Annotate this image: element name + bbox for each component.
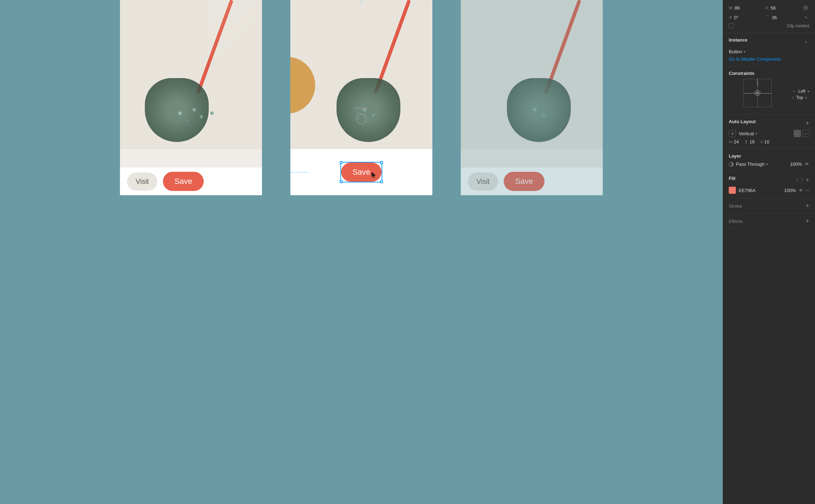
effects-section: Effects + — [723, 214, 815, 229]
frame-3-image — [461, 0, 603, 149]
frame-2-image: rawpixel• — [290, 0, 432, 149]
visibility-icon[interactable]: 👁 — [805, 161, 809, 167]
corner-individual-button[interactable]: ⤡ — [803, 14, 809, 21]
instance-section: Instance ⬦ Button ▾ Go to Master Compone… — [723, 33, 815, 66]
auto-layout-header: Auto Layout + — [729, 119, 809, 127]
stroke-section: Stroke + — [723, 198, 815, 214]
visit-button-3[interactable]: Visit — [468, 172, 498, 191]
padding-v-item: ⇕ 16 — [744, 139, 754, 144]
auto-layout-title: Auto Layout — [729, 119, 756, 124]
clip-content-checkbox[interactable] — [729, 23, 734, 28]
spacing-row: ⇔ 24 ⇕ 16 ≡ 10 — [729, 139, 809, 144]
cursor — [372, 172, 379, 179]
layer-left: Pass Through ▾ — [729, 161, 768, 167]
resize-handle-tr[interactable] — [380, 161, 383, 164]
auto-layout-section: Auto Layout + ⇕ Vertical ▾ ↔ ↔ ⇔ 24 — [723, 115, 815, 149]
frame-2[interactable]: rawpixel• Save — [290, 0, 432, 195]
vertical-constraint-value[interactable]: Top — [796, 95, 803, 100]
horizontal-constraint-icon: ↔ — [792, 89, 796, 94]
component-name[interactable]: Button — [729, 49, 742, 54]
h-value[interactable]: 56 — [771, 5, 782, 11]
blend-mode-icon — [729, 162, 734, 167]
auto-layout-controls: ⇕ Vertical ▾ ↔ ↔ ⇔ 24 ⇕ 16 — [729, 130, 809, 144]
go-to-master-link[interactable]: Go to Master Component — [729, 56, 809, 62]
padding-h-value[interactable]: 24 — [734, 139, 739, 144]
resize-handle-bl[interactable] — [340, 180, 343, 183]
clip-content-label: Clip content — [787, 23, 809, 28]
corner-value[interactable]: 36 — [772, 15, 783, 20]
frame-1-image — [120, 0, 262, 149]
stroke-header: Stroke + — [729, 203, 809, 209]
constraints-title: Constraints — [729, 71, 754, 76]
rotation-value[interactable]: 0° — [734, 15, 745, 20]
rotation-group: ↺ 0° — [729, 15, 745, 20]
fill-section: Fill ⋮⋮ + EE796A 100% 👁 – — [723, 171, 815, 198]
width-group: W 89 — [729, 5, 746, 11]
fill-header: Fill ⋮⋮ + — [729, 176, 809, 184]
layer-row: Pass Through ▾ 100% 👁 — [729, 161, 809, 167]
padding-v-value[interactable]: 16 — [749, 139, 754, 144]
fill-remove-button[interactable]: – — [806, 187, 809, 193]
frame-3[interactable]: Visit Save — [461, 0, 603, 195]
fill-title: Fill — [729, 176, 735, 181]
vertical-constraint-row: ↕ Top ▾ — [792, 95, 809, 100]
fill-opacity-value[interactable]: 100% — [784, 188, 796, 193]
vertical-constraint-icon: ↕ — [792, 95, 794, 100]
fill-visibility-icon[interactable]: 👁 — [799, 188, 803, 193]
orange-semi — [290, 57, 315, 114]
layer-section: Layer Pass Through ▾ 100% 👁 — [723, 149, 815, 171]
dashed-guide-v — [361, 0, 362, 4]
resize-handle-tl[interactable] — [340, 161, 343, 164]
chevron-down-icon: ▾ — [744, 50, 745, 54]
blend-mode-dropdown[interactable]: Pass Through ▾ — [736, 161, 768, 167]
stroke-add-button[interactable]: + — [805, 203, 809, 209]
instance-name-row: Button ▾ — [729, 49, 809, 54]
align-start-icon[interactable]: ↔ — [794, 130, 801, 137]
effects-header: Effects + — [729, 218, 809, 224]
canvas-area: Visit Save — [0, 0, 723, 504]
height-group: H 56 — [766, 5, 782, 11]
dimensions-section: W 89 H 56 ⛓ ↺ 0° ⌒ 36 ⤡ Clip content — [723, 0, 815, 33]
constraints-section: Constraints – – ↔ Left ▾ — [723, 66, 815, 115]
proportional-lock-button[interactable]: ⛓ — [802, 4, 809, 11]
effects-title: Effects — [729, 219, 743, 224]
padding-h-icon: ⇔ — [729, 139, 732, 144]
fill-row: EE796A 100% 👁 – — [729, 187, 809, 194]
layer-title: Layer — [729, 153, 741, 159]
w-value[interactable]: 89 — [734, 5, 746, 11]
fill-controls: ⋮⋮ + — [795, 177, 809, 183]
visit-button[interactable]: Visit — [127, 172, 157, 191]
fill-hex-value[interactable]: EE796A — [739, 188, 781, 193]
direction-dropdown[interactable]: Vertical ▾ — [739, 131, 757, 136]
blend-mode-value: Pass Through — [736, 161, 765, 167]
direction-icon[interactable]: ⇕ — [729, 130, 736, 137]
auto-layout-add-button[interactable]: + — [805, 120, 809, 126]
save-button-1[interactable]: Save — [163, 172, 203, 191]
resize-handle-br[interactable] — [380, 180, 383, 183]
constraints-grid[interactable]: – – — [743, 79, 772, 107]
fill-color-swatch[interactable] — [729, 187, 736, 194]
opacity-value[interactable]: 100% — [790, 161, 802, 167]
vertical-chevron-icon: ▾ — [805, 96, 807, 100]
frame-2-wrapper: rawpixel• Save — [290, 0, 432, 195]
rotation-icon: ↺ — [729, 15, 732, 20]
constraints-dropdowns: ↔ Left ▾ ↕ Top ▾ — [792, 89, 809, 100]
horizontal-constraint-value[interactable]: Left — [798, 89, 805, 94]
clip-content-row: Clip content — [729, 23, 809, 28]
blend-chevron-icon: ▾ — [766, 162, 768, 166]
corner-radius-group: ⌒ 36 — [765, 15, 783, 21]
horizontal-constraint-row: ↔ Left ▾ — [792, 89, 809, 94]
frame-1[interactable]: Visit Save — [120, 0, 262, 195]
instance-options-button[interactable]: ⬦ — [803, 38, 809, 45]
padding-v-icon: ⇕ — [744, 139, 748, 144]
gap-value[interactable]: 10 — [764, 139, 769, 144]
effects-add-button[interactable]: + — [805, 218, 809, 224]
instance-title: Instance — [729, 37, 748, 43]
direction-value: Vertical — [739, 131, 754, 136]
fill-grid-button[interactable]: ⋮⋮ — [795, 177, 805, 183]
frame-1-wrapper: Visit Save — [120, 0, 262, 195]
selected-button-wrapper: Save — [341, 163, 382, 182]
fill-add-button[interactable]: + — [805, 177, 809, 183]
save-button-3[interactable]: Save — [504, 172, 544, 191]
align-end-icon[interactable]: ↔ — [802, 130, 809, 137]
